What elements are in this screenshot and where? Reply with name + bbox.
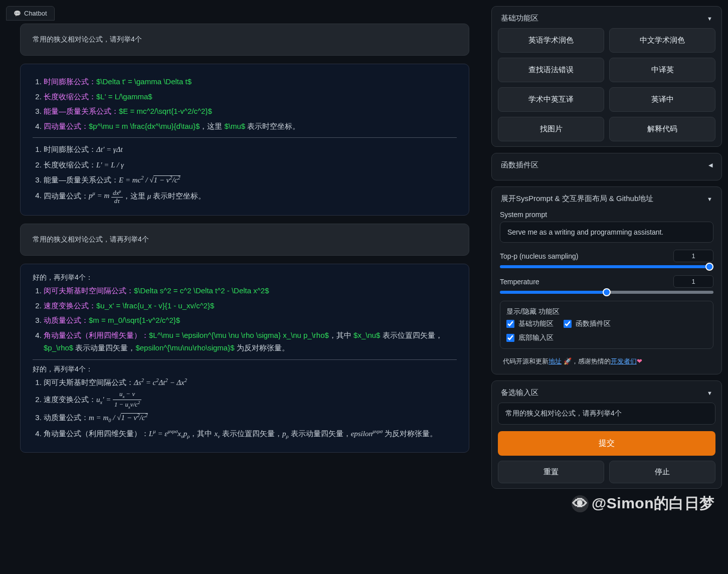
panel-basic: 基础功能区 ▼ 英语学术润色中文学术润色查找语法错误中译英学术中英互译英译中找图… [491,6,722,147]
user-message: 常用的狭义相对论公式，请再列举4个 [20,224,469,256]
func-button[interactable]: 中译英 [609,58,715,82]
bot-message: 时间膨胀公式：$\Delta t' = \gamma \Delta t$ 长度收… [20,64,469,216]
submit-button[interactable]: 提交 [498,431,715,456]
system-prompt-input[interactable] [500,222,713,243]
user-message-text: 常用的狭义相对论公式，请列举4个 [33,35,142,43]
alt-input-textarea[interactable] [498,403,715,425]
check-basic[interactable]: 基础功能区 [506,319,554,328]
chevron-down-icon: ▼ [707,16,712,22]
chevron-down-icon: ▼ [707,390,712,396]
credits-line: 代码开源和更新地址 🚀，感谢热情的开发者们❤ [500,356,713,367]
contributors-link[interactable]: 开发者们 [611,357,637,365]
func-button[interactable]: 学术中英互译 [498,87,604,112]
panel-sysprompt-header[interactable]: 展开SysPrompt & 交互界面布局 & Github地址 ▼ [498,192,715,209]
func-button[interactable]: 英语学术润色 [498,28,604,53]
temperature-value[interactable]: 1 [673,275,713,288]
system-prompt-label: System prompt [500,211,713,219]
temperature-label: Temperature [500,278,539,286]
panel-plugin: 函数插件区 ◀ [491,153,722,180]
user-message: 常用的狭义相对论公式，请列举4个 [20,24,469,56]
topp-label: Top-p (nucleus sampling) [500,252,578,260]
topp-slider[interactable] [500,265,713,268]
tab-label: Chatbot [24,10,47,17]
panel-alt-input-header[interactable]: 备选输入区 ▼ [498,386,715,403]
rendered-list: 闵可夫斯基时空间隔公式：Δs2 = c2Δt2 − Δx2 速度变换公式：ux′… [33,376,457,441]
check-plugin[interactable]: 函数插件区 [564,319,611,328]
right-sidebar: 基础功能区 ▼ 英语学术润色中文学术润色查找语法错误中译英学术中英互译英译中找图… [491,6,722,568]
divider [33,137,457,138]
user-message-text: 常用的狭义相对论公式，请再列举4个 [33,235,149,243]
panel-alt-input: 备选输入区 ▼ 提交 重置 停止 [491,380,722,489]
panel-plugin-header[interactable]: 函数插件区 ◀ [498,158,715,175]
panel-basic-header[interactable]: 基础功能区 ▼ [498,12,715,28]
chat-area: 常用的狭义相对论公式，请列举4个 时间膨胀公式：$\Delta t' = \ga… [6,24,485,568]
stop-button[interactable]: 停止 [609,461,715,483]
temperature-slider[interactable] [500,291,713,294]
toggle-section-label: 显示/隐藏 功能区 [506,307,707,316]
func-button[interactable]: 中文学术润色 [609,28,715,53]
chevron-down-icon: ▼ [707,196,712,202]
func-button[interactable]: 解释代码 [609,117,715,141]
panel-sysprompt: 展开SysPrompt & 交互界面布局 & Github地址 ▼ System… [491,186,722,374]
tab-chatbot[interactable]: 💬 Chatbot [6,6,55,21]
heart-icon: ❤ [637,357,642,365]
func-button[interactable]: 找图片 [498,117,604,141]
tab-bar: 💬 Chatbot [6,6,485,21]
divider [33,359,457,360]
func-button[interactable]: 英译中 [609,87,715,112]
bot-message: 好的，再列举4个： 闵可夫斯基时空间隔公式：$\Delta s^2 = c^2 … [20,264,469,453]
check-bottom-input[interactable]: 底部输入区 [506,333,554,342]
repo-link[interactable]: 地址 [549,357,562,365]
reset-button[interactable]: 重置 [498,461,604,483]
topp-value[interactable]: 1 [673,250,713,262]
rendered-list: 时间膨胀公式：Δt′ = γΔt 长度收缩公式：L′ = L / γ 能量—质量… [33,143,457,204]
func-button[interactable]: 查找语法错误 [498,58,604,82]
chat-icon: 💬 [14,10,21,17]
chevron-left-icon: ◀ [708,162,712,168]
